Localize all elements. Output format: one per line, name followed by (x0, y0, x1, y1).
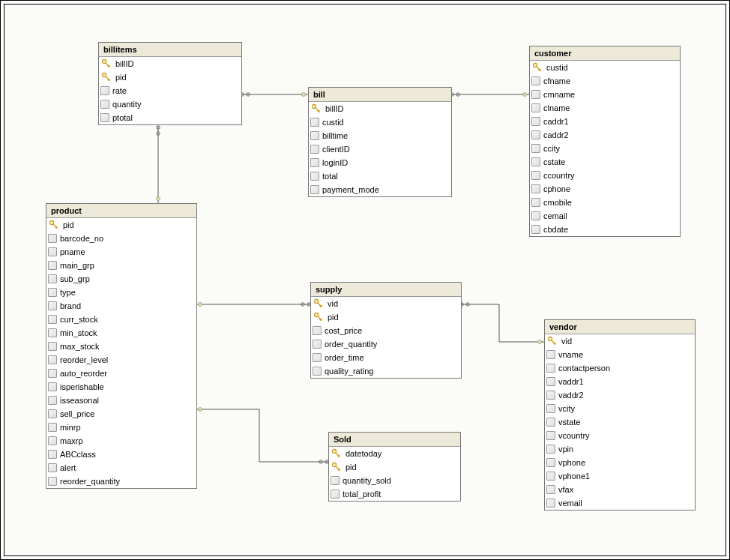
column-row[interactable]: sub_grp (46, 272, 196, 286)
column-row[interactable]: clname (530, 101, 680, 115)
column-row[interactable]: contactperson (545, 361, 695, 375)
column-row[interactable]: pid (46, 218, 196, 232)
column-row[interactable]: datetoday (329, 447, 460, 460)
column-row[interactable]: vid (311, 297, 461, 310)
column-row[interactable]: cemail (530, 209, 680, 223)
column-row[interactable]: ccity (530, 142, 680, 155)
column-row[interactable]: billID (99, 57, 241, 70)
column-row[interactable]: vaddr2 (545, 388, 695, 402)
column-row[interactable]: curr_stock (46, 313, 196, 326)
column-row[interactable]: min_stock (46, 326, 196, 340)
table-title[interactable]: vendor (545, 320, 695, 334)
column-icon (48, 328, 57, 337)
column-row[interactable]: cstate (530, 155, 680, 169)
column-row[interactable]: pid (329, 460, 460, 474)
column-row[interactable]: total (309, 169, 451, 183)
svg-point-12 (199, 408, 202, 412)
column-row[interactable]: pid (311, 310, 461, 324)
column-row[interactable]: cost_price (311, 324, 461, 337)
column-row[interactable]: maxrp (46, 434, 196, 448)
column-row[interactable]: vphone (545, 456, 695, 469)
column-row[interactable]: max_stock (46, 340, 196, 353)
column-row[interactable]: custid (530, 61, 680, 74)
column-row[interactable]: vcity (545, 402, 695, 415)
column-row[interactable]: ABCclass (46, 448, 196, 461)
column-row[interactable]: vname (545, 348, 695, 361)
table-vendor[interactable]: vendorvidvnamecontactpersonvaddr1vaddr2v… (544, 319, 696, 511)
table-billitems[interactable]: billitemsbillIDpidratequantityptotal (98, 42, 242, 125)
column-row[interactable]: main_grp (46, 259, 196, 272)
column-row[interactable]: billtime (309, 129, 451, 142)
column-row[interactable]: total_profit (329, 487, 460, 501)
svg-point-13 (319, 460, 322, 463)
column-row[interactable]: rate (99, 84, 241, 97)
column-row[interactable]: order_time (311, 351, 461, 364)
column-row[interactable]: quantity_sold (329, 474, 460, 487)
column-row[interactable]: ccountry (530, 169, 680, 182)
column-name: rate (111, 86, 127, 95)
column-row[interactable]: sell_price (46, 407, 196, 421)
table-title[interactable]: bill (309, 88, 451, 102)
column-row[interactable]: vaddr1 (545, 375, 695, 388)
column-icon (531, 103, 540, 112)
column-row[interactable]: order_quantity (311, 337, 461, 351)
table-customer[interactable]: customercustidcfnamecmnameclnamecaddr1ca… (529, 46, 681, 237)
column-row[interactable]: clientID (309, 142, 451, 156)
column-row[interactable]: ptotal (99, 111, 241, 124)
column-row[interactable]: caddr1 (530, 115, 680, 128)
column-row[interactable]: reorder_level (46, 353, 196, 367)
column-row[interactable]: vemail (545, 496, 695, 510)
column-name: vaddr1 (557, 377, 584, 386)
svg-point-10 (301, 303, 304, 306)
column-name: billtime (321, 131, 348, 140)
column-row[interactable]: vstate (545, 415, 695, 429)
table-title[interactable]: billitems (99, 43, 241, 57)
column-row[interactable]: barcode_no (46, 232, 196, 245)
column-row[interactable]: vphone1 (545, 469, 695, 483)
column-row[interactable]: type (46, 286, 196, 299)
column-row[interactable]: custid (309, 115, 451, 129)
column-row[interactable]: caddr2 (530, 128, 680, 142)
column-row[interactable]: alert (46, 461, 196, 475)
relationship-line (460, 304, 544, 342)
column-row[interactable]: vcountry (545, 429, 695, 442)
column-row[interactable]: minrp (46, 421, 196, 434)
column-row[interactable]: vid (545, 334, 695, 348)
column-row[interactable]: payment_mode (309, 183, 451, 196)
column-name: main_grp (58, 261, 94, 270)
column-row[interactable]: vfax (545, 483, 695, 496)
column-row[interactable]: isperishable (46, 380, 196, 394)
table-bill[interactable]: billbillIDcustidbilltimeclientIDloginIDt… (308, 87, 452, 197)
column-row[interactable]: cmobile (530, 196, 680, 209)
column-row[interactable]: brand (46, 299, 196, 313)
column-row[interactable]: isseasonal (46, 394, 196, 407)
column-icon (100, 86, 109, 95)
column-row[interactable]: pid (99, 70, 241, 84)
table-sold[interactable]: Solddatetodaypidquantity_soldtotal_profi… (328, 432, 461, 502)
table-title[interactable]: product (46, 204, 196, 218)
primary-key-icon (331, 462, 343, 472)
column-row[interactable]: auto_reorder (46, 367, 196, 380)
column-icon (48, 234, 57, 243)
column-row[interactable]: quantity (99, 97, 241, 111)
column-row[interactable]: cphone (530, 182, 680, 196)
column-row[interactable]: reorder_quantity (46, 475, 196, 488)
column-row[interactable]: pname (46, 245, 196, 259)
svg-point-23 (313, 105, 316, 109)
column-row[interactable]: vpin (545, 442, 695, 456)
column-row[interactable]: cfname (530, 74, 680, 88)
column-name: cfname (542, 76, 570, 85)
column-row[interactable]: billID (309, 102, 451, 115)
table-title[interactable]: supply (311, 283, 461, 297)
column-row[interactable]: quality_rating (311, 364, 461, 378)
table-supply[interactable]: supplyvidpidcost_priceorder_quantityorde… (310, 282, 462, 379)
diagram-outer-frame: billitemsbillIDpidratequantityptotalbill… (0, 0, 730, 560)
column-row[interactable]: cbdate (530, 223, 680, 236)
column-icon (331, 476, 340, 485)
table-product[interactable]: productpidbarcode_nopnamemain_grpsub_grp… (46, 203, 197, 489)
table-title[interactable]: Sold (329, 433, 460, 447)
column-row[interactable]: loginID (309, 156, 451, 169)
column-name: sell_price (58, 409, 94, 418)
column-row[interactable]: cmname (530, 88, 680, 101)
table-title[interactable]: customer (530, 46, 680, 61)
